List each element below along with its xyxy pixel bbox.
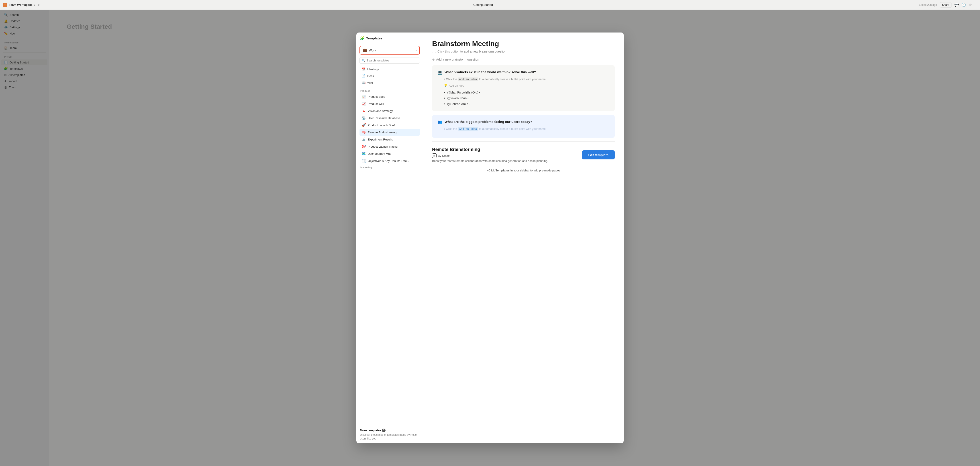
template-list-section: Product 📊 Product Spec 📈 Product Wiki	[356, 88, 423, 426]
templates-header-icon: 🧩	[360, 36, 364, 40]
nav-item-meetings[interactable]: 📅 Meetings	[360, 66, 420, 73]
brainstorm-title: Brainstorm Meeting	[432, 40, 615, 48]
more-templates-help-icon: ?	[382, 429, 385, 432]
add-question-hint-text: ↓ Click this button to add a new brainst…	[435, 50, 506, 53]
question-hint-2: ↓ Click the Add an idea to automatically…	[438, 127, 609, 131]
search-icon-small: 🔍	[362, 59, 365, 62]
workspace-chevron-icon: ◇	[33, 3, 35, 6]
template-item-user-research-label: User Research Database	[368, 116, 400, 120]
down-arrow-icon: ↓	[432, 50, 434, 53]
modal-left-panel: 🧩 Templates 💼 Work ▾	[356, 32, 423, 443]
template-info-left: Remote Brainstorming N By Notion Boost y…	[432, 147, 548, 162]
question-text-1: What products exist in the world we thin…	[445, 70, 536, 74]
add-question-hint: ↓ ↓ Click this button to add a new brain…	[432, 50, 615, 53]
template-item-product-spec-label: Product Spec	[368, 95, 385, 99]
modal-nav: 📅 Meetings 📄 Docs 📖 Wiki	[356, 66, 423, 86]
meetings-icon: 📅	[362, 67, 366, 71]
more-templates-title[interactable]: More templates ?	[360, 429, 419, 432]
hint-suffix-1: to automatically create a bullet point w…	[479, 78, 547, 81]
top-bar-center: Getting Started	[49, 3, 917, 6]
template-item-product-wiki-label: Product Wiki	[368, 102, 384, 105]
hint-code-1: Add an idea	[458, 78, 478, 81]
bullet-dot-2: •	[444, 96, 445, 100]
question-hint-1: ↓ Click the Add an idea to automatically…	[438, 78, 609, 81]
workspace-avatar: T	[3, 3, 7, 7]
template-info-bar: Remote Brainstorming N By Notion Boost y…	[432, 142, 615, 166]
template-item-brainstorming-label: Remote Brainstorming	[368, 131, 396, 134]
template-item-experiment[interactable]: 🔬 Experiment Results	[360, 136, 420, 143]
top-bar: T Team Workspace ◇ « Getting Started Edi…	[0, 0, 980, 10]
nav-item-docs[interactable]: 📄 Docs	[360, 73, 420, 79]
template-by-label: By Notion	[438, 154, 450, 157]
more-templates-title-label: More templates	[360, 429, 381, 432]
marketing-section-label: Marketing	[360, 164, 420, 170]
nav-item-meetings-label: Meetings	[367, 68, 379, 71]
template-item-launch-tracker[interactable]: 🎯 Product Launch Tracker	[360, 143, 420, 150]
top-bar-right: Edited 20h ago Share 💬 🕐 ☆ ···	[919, 2, 977, 8]
plus-circle-icon: ⊕	[432, 58, 435, 61]
get-template-button[interactable]: Get template	[582, 150, 615, 159]
product-wiki-icon: 📈	[362, 102, 366, 106]
launch-tracker-icon: 🎯	[362, 145, 366, 148]
share-button[interactable]: Share	[940, 2, 952, 8]
bullet-dot-3: •	[444, 102, 445, 106]
template-item-okr[interactable]: 📉 Objectives & Key Results Trac...	[360, 157, 420, 164]
question-block-1: 💻 What products exist in the world we th…	[432, 65, 615, 111]
more-icon[interactable]: ···	[974, 3, 977, 7]
product-section-label: Product	[360, 88, 420, 93]
users-icon: 👥	[438, 119, 442, 124]
question-header-1: 💻 What products exist in the world we th…	[438, 70, 609, 75]
template-item-vision[interactable]: 🔺 Vision and Strategy	[360, 107, 420, 115]
templates-modal: 🧩 Templates 💼 Work ▾	[356, 32, 624, 443]
template-item-remote-brainstorming[interactable]: 🧠 Remote Brainstorming	[360, 129, 420, 136]
add-idea-label-1: Add an idea	[449, 84, 464, 87]
category-dropdown-left: 💼 Work	[363, 48, 376, 52]
idea-circle-icon: 💡	[444, 84, 447, 87]
template-item-user-research[interactable]: 📡 User Research Database	[360, 115, 420, 122]
template-item-product-wiki[interactable]: 📈 Product Wiki	[360, 100, 420, 107]
vision-icon: 🔺	[362, 109, 366, 113]
template-desc: Boost your teams remote collaboration wi…	[432, 159, 548, 162]
template-by: N By Notion	[432, 153, 548, 158]
modal-right-panel: Brainstorm Meeting ↓ ↓ Click this button…	[423, 32, 624, 443]
bullet-dot-1: •	[444, 91, 445, 94]
modal-header-title: Templates	[366, 36, 382, 40]
comment-icon[interactable]: 💬	[955, 3, 959, 7]
nav-item-wiki[interactable]: 📖 Wiki	[360, 79, 420, 86]
modal-left-header: 🧩 Templates	[356, 32, 423, 43]
edited-label: Edited 20h ago	[919, 3, 937, 6]
notion-n-icon: N	[432, 153, 436, 158]
question-header-2: 👥 What are the biggest problems facing o…	[438, 119, 609, 124]
star-icon[interactable]: ☆	[969, 3, 972, 7]
history-icon[interactable]: 🕐	[961, 3, 966, 7]
template-item-launch-brief[interactable]: 🚀 Product Launch Brief	[360, 122, 420, 129]
dropdown-chevron-icon: ▾	[415, 49, 417, 52]
wiki-icon: 📖	[362, 81, 366, 84]
template-item-journey-map[interactable]: 🗺️ User Journey Map	[360, 150, 420, 157]
down-arrow-small-icon-2: ↓ Click the	[444, 127, 458, 130]
down-arrow-small-icon: ↓ Click the	[444, 78, 458, 81]
collapse-sidebar-button[interactable]: «	[37, 2, 41, 8]
template-search-input[interactable]	[367, 59, 417, 62]
bottom-hint-bold: Templates	[496, 169, 510, 172]
question-block-2: 👥 What are the biggest problems facing o…	[432, 115, 615, 138]
bullet-item-yiwen: • @Yiwen Zhan -	[438, 95, 609, 101]
bullet-item-matt: • @Matt Piccolella (Old) -	[438, 89, 609, 95]
brainstorming-icon: 🧠	[362, 130, 366, 134]
category-dropdown[interactable]: 💼 Work ▾	[360, 46, 420, 54]
hint-code-2: Add an idea	[458, 127, 478, 131]
add-question-button[interactable]: ⊕ Add a new brainstorm question	[432, 58, 479, 61]
docs-icon: 📄	[362, 74, 366, 78]
add-idea-button-1[interactable]: 💡 Add an idea	[444, 84, 464, 87]
template-item-product-spec[interactable]: 📊 Product Spec	[360, 93, 420, 100]
workspace-name[interactable]: Team Workspace ◇	[9, 3, 35, 6]
bullet-text-matt: @Matt Piccolella (Old) -	[447, 91, 480, 94]
okr-icon: 📉	[362, 159, 366, 163]
bullet-item-sohrab: • @Sohrab Amin -	[438, 101, 609, 107]
nav-item-wiki-label: Wiki	[367, 81, 373, 84]
bottom-hint: • Click Templates in your sidebar to add…	[432, 166, 615, 175]
template-item-vision-label: Vision and Strategy	[368, 109, 393, 113]
template-item-experiment-label: Experiment Results	[368, 138, 393, 141]
main-layout: 🔍 Search 🔔 Updates ⚙️ Settings ✏️ New Te…	[0, 10, 980, 466]
launch-brief-icon: 🚀	[362, 123, 366, 127]
